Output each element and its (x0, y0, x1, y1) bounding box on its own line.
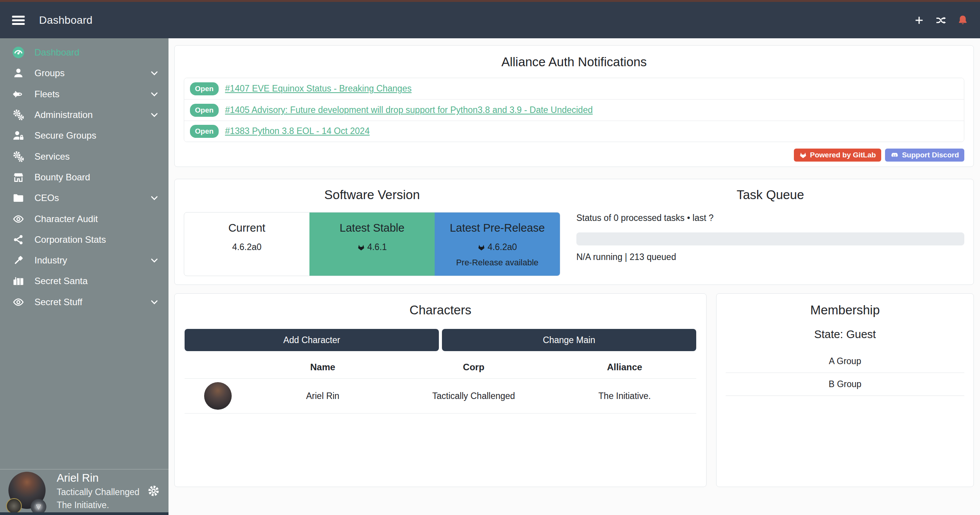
notifications-bell-button[interactable] (957, 14, 969, 26)
user-settings-button[interactable] (147, 484, 160, 497)
character-alliance: The Initiative. (553, 379, 696, 414)
sidebar-item-corporation-stats[interactable]: Corporation Stats (0, 229, 169, 250)
task-queue-title: Task Queue (576, 188, 964, 202)
character-corp: Tactically Challenged (394, 379, 553, 414)
sidebar-item-secret-santa[interactable]: Secret Santa (0, 271, 169, 291)
bottom-row: Characters Add Character Change Main Nam… (174, 293, 974, 487)
sidebar-item-label: Character Audit (34, 214, 98, 224)
membership-state: State: Guest (726, 328, 964, 341)
corp-column-header: Corp (394, 354, 553, 379)
status-badge: Open (190, 104, 219, 117)
version-prerelease-box: Latest Pre-Release 4.6.2a0 Pre-Release a… (435, 213, 560, 276)
eye-icon (10, 296, 27, 308)
sidebar-item-label: CEOs (34, 193, 59, 203)
version-heading: Current (184, 222, 309, 234)
hammer-icon (10, 254, 27, 266)
portrait-column-header (185, 354, 251, 379)
membership-title: Membership (726, 303, 964, 317)
sidebar-toggle-button[interactable] (11, 15, 25, 26)
sidebar-item-label: Corporation Stats (34, 234, 106, 245)
sidebar-item-label: Secret Stuff (34, 297, 82, 307)
task-queue-counts: N/A running | 213 queued (576, 252, 964, 262)
topbar: Dashboard (0, 2, 980, 38)
task-queue-status: Status of 0 processed tasks • last ? (576, 213, 964, 223)
character-name: Ariel Rin (251, 379, 394, 414)
character-portrait-cell (185, 379, 251, 414)
sidebar-bottom-strip (0, 512, 169, 515)
version-boxes: Current 4.6.2a0 Latest Stable 4.6.1 (184, 212, 560, 276)
chevron-down-icon (149, 110, 159, 120)
sidebar-item-fleets[interactable]: Fleets (0, 84, 169, 105)
version-stable-box: Latest Stable 4.6.1 (309, 213, 435, 276)
software-version-section: Software Version Current 4.6.2a0 Latest … (184, 188, 574, 276)
sidebar-item-industry[interactable]: Industry (0, 250, 169, 271)
sidebar: Dashboard Groups Fleets (0, 38, 169, 515)
notifications-list: Open #1407 EVE Equinox Status - Breaking… (184, 78, 964, 142)
sidebar-nav: Dashboard Groups Fleets (0, 38, 169, 312)
badge-label: Support Discord (902, 151, 959, 159)
gears-icon (10, 109, 27, 121)
notifications-footer: Powered by GitLab Support Discord (184, 149, 964, 162)
characters-table-header-row: Name Corp Alliance (185, 354, 696, 379)
notification-item: Open #1407 EVE Equinox Status - Breaking… (184, 78, 964, 99)
sidebar-item-secure-groups[interactable]: Secure Groups (0, 125, 169, 146)
status-badge: Open (190, 125, 219, 138)
version-heading: Latest Pre-Release (435, 222, 560, 234)
gauge-icon (10, 46, 27, 59)
add-character-button[interactable]: Add Character (185, 329, 439, 351)
badge-label: Powered by GitLab (810, 151, 876, 159)
add-character-quick-button[interactable] (913, 15, 925, 26)
chevron-down-icon (149, 255, 159, 265)
sidebar-item-label: Services (34, 151, 70, 162)
group-row: B Group (726, 373, 964, 396)
shop-icon (10, 172, 27, 183)
share-nodes-icon (10, 234, 27, 245)
notifications-title: Alliance Auth Notifications (184, 55, 964, 69)
sidebar-item-services[interactable]: Services (0, 146, 169, 167)
status-badge: Open (190, 82, 219, 95)
sidebar-item-character-audit[interactable]: Character Audit (0, 208, 169, 229)
sidebar-item-dashboard[interactable]: Dashboard (0, 42, 169, 63)
sidebar-item-label: Secret Santa (34, 276, 88, 286)
gitlab-tanuki-icon (799, 151, 807, 159)
page-title: Dashboard (39, 14, 93, 26)
notification-item: Open #1383 Python 3.8 EOL - 14 Oct 2024 (184, 121, 964, 142)
powered-by-gitlab-badge[interactable]: Powered by GitLab (794, 149, 881, 162)
character-portrait (204, 382, 232, 410)
bell-icon (957, 14, 969, 26)
notification-item: Open #1405 Advisory: Future development … (184, 99, 964, 120)
folder-icon (10, 192, 27, 204)
sidebar-user-panel: ▽ Ariel Rin Tactically Challenged The In… (0, 469, 169, 512)
notification-link[interactable]: #1407 EVE Equinox Status - Breaking Chan… (225, 83, 412, 94)
version-value: 4.6.2a0 (232, 242, 262, 252)
sidebar-item-ceos[interactable]: CEOs (0, 188, 169, 208)
sidebar-item-label: Fleets (34, 89, 59, 100)
version-queue-panel: Software Version Current 4.6.2a0 Latest … (174, 179, 974, 285)
notification-link[interactable]: #1405 Advisory: Future development will … (225, 105, 593, 115)
hamburger-icon (11, 15, 25, 26)
gitlab-tanuki-icon (478, 244, 485, 251)
support-discord-badge[interactable]: Support Discord (885, 149, 964, 162)
change-main-button[interactable]: Change Main (442, 329, 696, 351)
task-queue-section: Task Queue Status of 0 processed tasks •… (574, 188, 964, 276)
sidebar-item-bounty-board[interactable]: Bounty Board (0, 167, 169, 188)
version-current-box: Current 4.6.2a0 (184, 213, 309, 276)
group-row: A Group (726, 350, 964, 373)
character-row: Ariel Rin Tactically Challenged The Init… (185, 379, 696, 414)
name-column-header: Name (251, 354, 394, 379)
notification-link[interactable]: #1383 Python 3.8 EOL - 14 Oct 2024 (225, 126, 370, 136)
sidebar-item-secret-stuff[interactable]: Secret Stuff (0, 292, 169, 312)
change-main-quick-button[interactable] (935, 15, 947, 26)
characters-table: Name Corp Alliance Ariel Rin Tactically … (185, 354, 696, 414)
task-queue-progress-bar (576, 232, 964, 245)
alliance-column-header: Alliance (553, 354, 696, 379)
sidebar-item-administration[interactable]: Administration (0, 105, 169, 125)
discord-icon (890, 151, 899, 159)
corp-logo-badge (6, 498, 22, 514)
gear-icon (147, 484, 160, 497)
gitlab-tanuki-icon (357, 244, 365, 251)
sidebar-item-groups[interactable]: Groups (0, 63, 169, 83)
user-corp: Tactically Challenged (57, 487, 139, 498)
top-accent-line (0, 0, 980, 2)
sidebar-item-label: Dashboard (34, 47, 79, 58)
